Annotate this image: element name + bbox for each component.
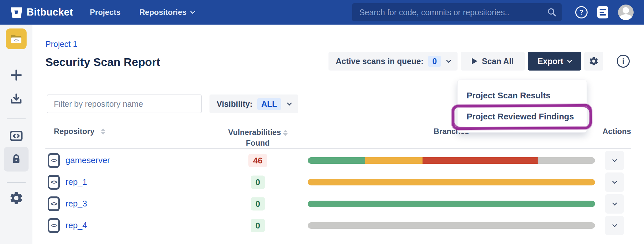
- primary-nav: Projects Repositories: [90, 8, 195, 17]
- page-title: Security Scan Report: [45, 56, 160, 69]
- branch-segment-green: [308, 201, 595, 207]
- repository-link[interactable]: rep_4: [66, 220, 87, 230]
- branches-bar: [308, 157, 595, 164]
- gear-icon: [589, 56, 599, 66]
- repository-link[interactable]: rep_1: [66, 177, 87, 187]
- chevron-down-icon: [567, 58, 572, 63]
- left-sidebar: <>: [0, 25, 32, 244]
- chevron-down-icon: [287, 100, 292, 105]
- repository-cell: <>rep_3: [48, 196, 87, 211]
- toolbar: Active scans in queue: 0 Scan All Export…: [328, 52, 631, 71]
- global-search: [352, 3, 562, 21]
- row-actions-button[interactable]: [605, 194, 624, 214]
- repository-cell: <>gameserver: [48, 153, 110, 168]
- vulnerabilities-cell: 46: [238, 154, 277, 167]
- vulnerability-count-badge: 0: [251, 175, 265, 189]
- create-icon[interactable]: [6, 68, 27, 82]
- help-icon[interactable]: ?: [575, 6, 588, 18]
- branches-bar: [308, 222, 595, 229]
- feedback-icon[interactable]: [597, 6, 608, 18]
- column-header-actions: Actions: [602, 127, 631, 136]
- row-actions-button[interactable]: [605, 151, 624, 170]
- repository-filter-input[interactable]: [47, 94, 202, 113]
- branch-segment-red: [423, 157, 537, 164]
- table-row: <>gameserver46: [45, 150, 631, 171]
- repository-link[interactable]: gameserver: [66, 155, 110, 165]
- nav-projects[interactable]: Projects: [90, 8, 121, 17]
- chevron-down-icon: [612, 157, 617, 162]
- export-dropdown-menu: Project Scan ResultsProject Reviewed Fin…: [457, 80, 587, 133]
- vulnerability-count-badge: 0: [251, 219, 265, 232]
- repository-icon: <>: [48, 218, 60, 233]
- vulnerability-count-badge: 46: [248, 154, 268, 167]
- table-row: <>rep_40: [45, 215, 631, 236]
- visibility-dropdown[interactable]: Visibility: ALL: [209, 94, 298, 113]
- menu-item-project-reviewed-findings[interactable]: Project Reviewed Findings: [458, 106, 587, 127]
- info-icon: i: [617, 55, 630, 68]
- active-scans-label: Active scans in queue:: [336, 57, 423, 66]
- svg-text:<>: <>: [14, 38, 19, 43]
- scan-all-label: Scan All: [482, 57, 514, 66]
- menu-item-project-scan-results[interactable]: Project Scan Results: [458, 85, 587, 106]
- menu-item-label: Project Reviewed Findings: [467, 112, 574, 121]
- vulnerabilities-cell: 0: [238, 175, 277, 189]
- active-scans-count: 0: [428, 56, 441, 67]
- branches-bar: [308, 201, 595, 207]
- active-scans-dropdown[interactable]: Active scans in queue: 0: [328, 52, 458, 71]
- downloads-icon[interactable]: [6, 92, 27, 106]
- user-avatar[interactable]: [618, 5, 634, 20]
- branch-segment-gray: [308, 222, 595, 229]
- row-actions-button[interactable]: [605, 172, 624, 192]
- search-icon: [547, 7, 557, 17]
- menu-item-label: Project Scan Results: [467, 91, 551, 100]
- repository-cell: <>rep_4: [48, 218, 87, 233]
- repository-icon: <>: [48, 153, 60, 168]
- branch-segment-gray: [538, 157, 595, 164]
- export-button[interactable]: Export: [528, 52, 581, 71]
- repository-icon: <>: [48, 196, 60, 211]
- sort-icon: [283, 130, 288, 136]
- sort-icon: [101, 128, 105, 135]
- search-input[interactable]: [352, 8, 562, 17]
- repository-link[interactable]: rep_3: [66, 199, 87, 209]
- repositories-code-icon[interactable]: [6, 129, 27, 143]
- nav-repositories[interactable]: Repositories: [139, 8, 195, 17]
- sidebar-divider: [7, 182, 26, 183]
- export-label: Export: [538, 57, 563, 66]
- chevron-down-icon: [612, 222, 617, 227]
- branches-bar: [308, 179, 595, 185]
- column-header-vulnerabilities[interactable]: Vulnerabilities Found: [222, 127, 293, 148]
- row-actions-button[interactable]: [605, 216, 624, 235]
- report-settings-button[interactable]: [584, 52, 603, 71]
- repository-icon: <>: [48, 175, 60, 190]
- top-nav-icons: ?: [575, 5, 634, 20]
- sidebar-item-security-selected[interactable]: [4, 147, 29, 172]
- chevron-down-icon: [612, 200, 617, 205]
- visibility-value: ALL: [257, 98, 281, 110]
- chevron-down-icon: [190, 9, 196, 14]
- play-icon: [472, 58, 477, 64]
- column-header-repository[interactable]: Repository: [54, 127, 105, 136]
- repository-cell: <>rep_1: [48, 175, 87, 190]
- project-avatar-icon[interactable]: <>: [6, 28, 27, 49]
- bitbucket-home-link[interactable]: Bitbucket: [10, 6, 73, 18]
- lock-icon: [10, 153, 23, 166]
- brand-name: Bitbucket: [27, 6, 73, 18]
- bitbucket-logo-icon: [10, 6, 22, 18]
- info-button[interactable]: i: [615, 52, 631, 71]
- chevron-down-icon: [612, 179, 617, 184]
- sidebar-divider: [7, 118, 26, 119]
- branch-segment-green: [308, 157, 365, 164]
- branch-segment-orange: [365, 157, 423, 164]
- top-nav: Bitbucket Projects Repositories ?: [0, 0, 644, 25]
- vulnerabilities-cell: 0: [238, 197, 277, 210]
- table-row: <>rep_30: [45, 193, 631, 215]
- vulnerabilities-cell: 0: [238, 219, 277, 232]
- table-row: <>rep_10: [45, 171, 631, 193]
- filter-bar: Visibility: ALL: [47, 94, 298, 113]
- vulnerability-count-badge: 0: [251, 197, 265, 210]
- settings-icon[interactable]: [6, 190, 27, 206]
- breadcrumb-project-link[interactable]: Project 1: [45, 39, 78, 49]
- scan-all-button[interactable]: Scan All: [461, 52, 525, 71]
- main-content: Project 1 Security Scan Report Active sc…: [32, 25, 644, 244]
